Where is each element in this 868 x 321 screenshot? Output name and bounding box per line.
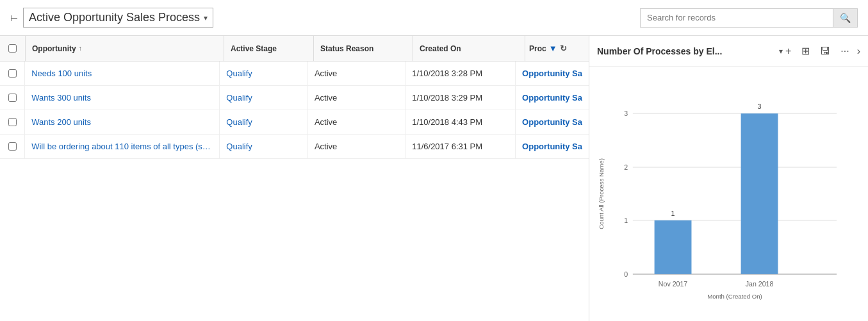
pin-icon: ⊢ bbox=[10, 13, 18, 23]
opportunity-link-2[interactable]: Wants 300 units bbox=[31, 93, 91, 103]
header: ⊢ Active Opportunity Sales Process ▾ 🔍 bbox=[0, 0, 868, 36]
row-created-on-1: 1/10/2018 3:28 PM bbox=[405, 62, 516, 85]
y-tick-1: 1 bbox=[624, 217, 628, 224]
title-container: Active Opportunity Sales Process ▾ bbox=[23, 8, 213, 28]
main-content: Opportunity ↑ Active Stage Status Reason… bbox=[0, 36, 868, 321]
process-link-2[interactable]: Opportunity Sa bbox=[522, 93, 582, 103]
opportunity-link-3[interactable]: Wants 200 units bbox=[31, 117, 91, 127]
col-process-label: Proc bbox=[529, 44, 546, 53]
chart-layout-button[interactable]: ⊞ bbox=[799, 44, 812, 58]
process-link-1[interactable]: Opportunity Sa bbox=[522, 69, 582, 78]
active-stage-link-1[interactable]: Qualify bbox=[226, 69, 252, 78]
x-tick-jan-2018: Jan 2018 bbox=[746, 280, 774, 288]
filter-icon[interactable]: ▼ bbox=[549, 44, 557, 53]
chart-container: Count All (Process Name) 0 1 2 3 bbox=[589, 67, 868, 321]
chart-title: Number Of Processes by El... bbox=[597, 46, 776, 56]
row-process-4: Opportunity Sa bbox=[516, 135, 589, 158]
table-row: Needs 100 units Qualify Active 1/10/2018… bbox=[0, 62, 589, 86]
y-tick-0: 0 bbox=[624, 270, 628, 278]
row-opportunity-3: Wants 200 units bbox=[25, 110, 220, 134]
row-active-stage-4: Qualify bbox=[220, 135, 308, 158]
table-header: Opportunity ↑ Active Stage Status Reason… bbox=[0, 36, 589, 62]
y-axis-label: Count All (Process Name) bbox=[598, 158, 605, 229]
active-stage-link-3[interactable]: Qualify bbox=[226, 117, 252, 127]
col-header-status-reason: Status Reason bbox=[314, 36, 413, 61]
table-row: Wants 200 units Qualify Active 1/10/2018… bbox=[0, 110, 589, 135]
row-status-reason-2: Active bbox=[308, 86, 405, 110]
sort-arrow-icon[interactable]: ↑ bbox=[79, 45, 82, 52]
process-link-4[interactable]: Opportunity Sa bbox=[522, 142, 582, 151]
table-row: Wants 300 units Qualify Active 1/10/2018… bbox=[0, 86, 589, 110]
row-status-reason-3: Active bbox=[308, 110, 405, 134]
row-opportunity-1: Needs 100 units bbox=[25, 62, 220, 85]
row-checkbox-2[interactable] bbox=[8, 94, 17, 102]
bar-label-jan-2018: 3 bbox=[758, 103, 762, 110]
row-checkbox-container-4 bbox=[0, 135, 25, 158]
y-tick-3: 3 bbox=[624, 110, 628, 117]
title-dropdown-arrow[interactable]: ▾ bbox=[204, 13, 208, 22]
search-button[interactable]: 🔍 bbox=[833, 9, 857, 27]
table-panel: Opportunity ↑ Active Stage Status Reason… bbox=[0, 36, 589, 321]
col-header-active-stage: Active Stage bbox=[224, 36, 314, 61]
row-process-1: Opportunity Sa bbox=[516, 62, 589, 85]
row-process-2: Opportunity Sa bbox=[516, 86, 589, 110]
row-active-stage-1: Qualify bbox=[220, 62, 308, 85]
table-row: Will be ordering about 110 items of all … bbox=[0, 135, 589, 159]
row-created-on-2: 1/10/2018 3:29 PM bbox=[405, 86, 516, 110]
col-header-process: Proc ▼ ↻ bbox=[525, 36, 589, 61]
search-container: 🔍 bbox=[640, 8, 858, 28]
col-created-on-label: Created On bbox=[420, 44, 461, 53]
bar-jan-2018 bbox=[741, 113, 778, 274]
page-title: Active Opportunity Sales Process bbox=[29, 11, 200, 24]
row-status-reason-4: Active bbox=[308, 135, 405, 158]
opportunity-link-4[interactable]: Will be ordering about 110 items of all … bbox=[31, 142, 211, 151]
row-checkbox-4[interactable] bbox=[8, 142, 17, 151]
bar-label-nov-2017: 1 bbox=[671, 210, 675, 217]
x-axis-label: Month (Created On) bbox=[707, 293, 762, 300]
chart-header: Number Of Processes by El... ▾ + ⊞ 🖫 ···… bbox=[589, 36, 868, 67]
opportunity-link-1[interactable]: Needs 100 units bbox=[31, 69, 92, 78]
row-checkbox-container-1 bbox=[0, 62, 25, 85]
chart-expand-icon[interactable]: › bbox=[857, 45, 860, 57]
row-process-3: Opportunity Sa bbox=[516, 110, 589, 134]
bar-nov-2017 bbox=[655, 220, 692, 274]
row-created-on-3: 1/10/2018 4:43 PM bbox=[405, 110, 516, 134]
row-created-on-4: 11/6/2017 6:31 PM bbox=[405, 135, 516, 158]
row-status-reason-1: Active bbox=[308, 62, 405, 85]
table-body: Needs 100 units Qualify Active 1/10/2018… bbox=[0, 62, 589, 159]
row-checkbox-container-3 bbox=[0, 110, 25, 134]
col-header-created-on: Created On bbox=[413, 36, 525, 61]
select-all-checkbox-container bbox=[0, 36, 26, 61]
chart-svg: Count All (Process Name) 0 1 2 3 bbox=[596, 73, 855, 315]
chart-panel: Number Of Processes by El... ▾ + ⊞ 🖫 ···… bbox=[589, 36, 868, 321]
x-tick-nov-2017: Nov 2017 bbox=[659, 280, 687, 288]
row-checkbox-3[interactable] bbox=[8, 118, 17, 126]
col-opportunity-label: Opportunity bbox=[32, 44, 76, 53]
col-header-opportunity: Opportunity ↑ bbox=[26, 36, 224, 61]
active-stage-link-2[interactable]: Qualify bbox=[226, 93, 252, 103]
row-checkbox-container-2 bbox=[0, 86, 25, 110]
search-input[interactable] bbox=[641, 9, 833, 26]
active-stage-link-4[interactable]: Qualify bbox=[226, 142, 252, 151]
col-status-reason-label: Status Reason bbox=[320, 44, 373, 53]
row-opportunity-4: Will be ordering about 110 items of all … bbox=[25, 135, 220, 158]
chart-add-button[interactable]: + bbox=[783, 44, 794, 58]
chart-actions: + ⊞ 🖫 ··· › bbox=[783, 44, 860, 58]
y-tick-2: 2 bbox=[624, 163, 628, 171]
row-active-stage-3: Qualify bbox=[220, 110, 308, 134]
select-all-checkbox[interactable] bbox=[8, 44, 17, 53]
refresh-icon[interactable]: ↻ bbox=[560, 44, 567, 53]
chart-save-button[interactable]: 🖫 bbox=[817, 44, 833, 58]
row-checkbox-1[interactable] bbox=[8, 69, 17, 78]
row-opportunity-2: Wants 300 units bbox=[25, 86, 220, 110]
row-active-stage-2: Qualify bbox=[220, 86, 308, 110]
chart-more-button[interactable]: ··· bbox=[838, 44, 851, 58]
process-link-3[interactable]: Opportunity Sa bbox=[522, 117, 582, 127]
col-active-stage-label: Active Stage bbox=[231, 44, 277, 53]
